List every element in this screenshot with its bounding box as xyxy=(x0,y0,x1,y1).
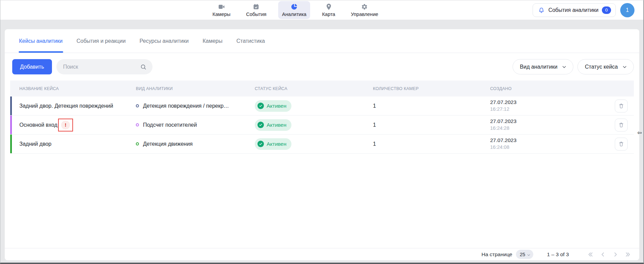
search-icon xyxy=(140,64,147,70)
analytics-type-dot xyxy=(136,123,139,126)
status-label: Активен xyxy=(267,122,286,128)
tab-analytics-resources[interactable]: Ресурсы аналитики xyxy=(140,29,189,53)
tab-analytics-cases[interactable]: Кейсы аналитики xyxy=(19,29,62,53)
double-chevron-right-icon xyxy=(625,251,631,258)
camera-count-cell: 1 xyxy=(373,103,490,109)
chevron-down-icon xyxy=(527,252,531,256)
annotation-highlight-box: ! xyxy=(58,119,73,131)
search-box xyxy=(56,59,153,74)
camera-count-cell: 1 xyxy=(373,141,490,147)
last-page-button[interactable] xyxy=(624,251,632,258)
pie-chart-icon xyxy=(290,3,298,11)
add-case-button[interactable]: Добавить xyxy=(12,59,52,74)
toolbar: Добавить Вид аналитики Статус xyxy=(12,59,634,74)
check-circle-icon xyxy=(257,141,264,147)
created-time: 16:24:28 xyxy=(490,125,615,131)
app-window: Камеры События Аналитика Карта xyxy=(0,0,644,264)
status-badge: Активен xyxy=(255,138,291,150)
calendar-icon xyxy=(252,3,260,11)
case-name-cell: Задний двор. Детекция повреждений xyxy=(10,103,136,109)
created-cell: 27.07.2023 16:24:28 xyxy=(490,118,615,131)
status-badge: Активен xyxy=(255,100,291,112)
check-circle-icon xyxy=(257,122,264,128)
mouse-cursor: ⇦ xyxy=(637,129,642,136)
empty-area xyxy=(5,154,639,248)
col-created: СОЗДАНО xyxy=(490,86,615,91)
case-name-cell: Основной вход ! xyxy=(10,119,136,131)
delete-case-button[interactable] xyxy=(615,100,628,112)
case-name-cell: Задний двор xyxy=(10,141,136,147)
analytics-events-button[interactable]: События аналитики 0 xyxy=(533,3,616,17)
nav-item-events[interactable]: События xyxy=(242,1,270,19)
case-status-cell: Активен xyxy=(255,119,373,131)
table-row[interactable]: Задний двор Детекция движения Активен 1 xyxy=(10,135,634,154)
table-row[interactable]: Задний двор. Детекция повреждений Детекц… xyxy=(10,96,634,116)
nav-label: Аналитика xyxy=(282,12,306,17)
nav-item-cameras[interactable]: Камеры xyxy=(209,1,234,19)
nav-item-analytics[interactable]: Аналитика xyxy=(278,1,310,19)
case-status-cell: Активен xyxy=(255,138,373,150)
trash-icon xyxy=(618,122,624,128)
pagination-range: 1 – 3 of 3 xyxy=(547,251,569,258)
nav-label: Управление xyxy=(351,12,378,17)
col-case-name: НАЗВАНИЕ КЕЙСА xyxy=(10,86,136,91)
created-cell: 27.07.2023 16:24:08 xyxy=(490,137,615,151)
next-page-button[interactable] xyxy=(612,251,619,258)
filters: Вид аналитики Статус кейса xyxy=(513,59,634,74)
camera-icon xyxy=(218,3,225,11)
nav-item-management[interactable]: Управление xyxy=(347,1,382,19)
delete-case-button[interactable] xyxy=(615,138,628,151)
nav-label: Камеры xyxy=(212,12,230,17)
table-header: НАЗВАНИЕ КЕЙСА ВИД АНАЛИТИКИ СТАТУС КЕЙС… xyxy=(10,81,634,96)
actions-cell xyxy=(615,119,634,131)
table-row[interactable]: Основной вход ! Подсчет посетителей Акти… xyxy=(10,116,634,135)
analytics-type-label: Подсчет посетителей xyxy=(143,122,197,128)
created-cell: 27.07.2023 16:27:12 xyxy=(490,99,615,112)
created-date: 27.07.2023 xyxy=(490,137,615,144)
case-status-cell: Активен xyxy=(255,100,373,112)
search-input[interactable] xyxy=(56,59,153,74)
events-count-badge: 0 xyxy=(602,6,611,14)
check-circle-icon xyxy=(257,103,264,109)
topbar-right-controls: События аналитики 0 1 xyxy=(533,3,634,17)
tab-cameras[interactable]: Камеры xyxy=(202,29,222,53)
top-navigation-bar: Камеры События Аналитика Карта xyxy=(0,0,643,20)
status-label: Активен xyxy=(267,103,286,109)
avatar[interactable]: 1 xyxy=(620,3,634,17)
case-status-filter[interactable]: Статус кейса xyxy=(577,59,634,74)
trash-icon xyxy=(618,103,624,109)
analytics-type-filter[interactable]: Вид аналитики xyxy=(513,59,574,74)
col-analytics-type: ВИД АНАЛИТИКИ xyxy=(136,86,255,91)
case-color-bar xyxy=(10,116,12,134)
delete-case-button[interactable] xyxy=(615,119,628,131)
analytics-type-dot xyxy=(136,104,139,107)
case-status-filter-label: Статус кейса xyxy=(585,64,618,70)
analytics-cases-card: Кейсы аналитики События и реакции Ресурс… xyxy=(5,29,639,260)
analytics-type-cell: Детекция повреждения / перекр… xyxy=(136,103,255,109)
nav-item-map[interactable]: Карта xyxy=(318,1,339,19)
main-nav: Камеры События Аналитика Карта xyxy=(209,0,382,20)
tab-events-reactions[interactable]: События и реакции xyxy=(76,29,126,53)
per-page-select[interactable]: 25 xyxy=(516,250,533,259)
tabs-bar: Кейсы аналитики События и реакции Ресурс… xyxy=(5,29,639,53)
tab-statistics[interactable]: Статистика xyxy=(236,29,265,53)
nav-label: События xyxy=(246,12,266,17)
bell-icon xyxy=(538,7,545,14)
camera-count-cell: 1 xyxy=(373,122,490,128)
nav-label: Карта xyxy=(322,12,335,17)
chevron-down-icon xyxy=(622,65,627,69)
first-page-button[interactable] xyxy=(587,251,594,258)
events-button-label: События аналитики xyxy=(548,7,598,13)
per-page-value: 25 xyxy=(520,252,525,257)
analytics-type-cell: Подсчет посетителей xyxy=(136,122,255,128)
trash-icon xyxy=(618,141,624,147)
status-label: Активен xyxy=(267,141,286,147)
map-pin-icon xyxy=(325,3,333,11)
actions-cell xyxy=(615,100,634,112)
analytics-type-filter-label: Вид аналитики xyxy=(520,64,558,70)
prev-page-button[interactable] xyxy=(599,251,607,258)
case-color-bar xyxy=(10,96,12,115)
actions-cell xyxy=(615,138,634,151)
created-time: 16:27:12 xyxy=(490,106,615,112)
case-color-bar xyxy=(10,135,12,153)
